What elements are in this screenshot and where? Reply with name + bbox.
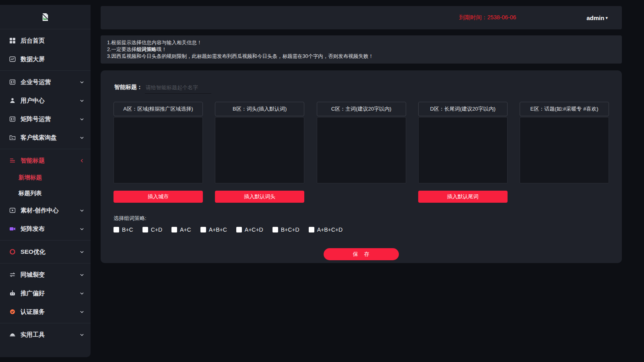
chevron-down-icon <box>80 291 84 296</box>
divider <box>0 240 91 241</box>
sidebar-item-promo-preference[interactable]: 推广偏好 <box>0 284 91 302</box>
zone-d: D区：长尾词(建议20字以内) <box>418 102 508 183</box>
logo <box>0 5 91 29</box>
sidebar: 后台首页 数据大屏 企业号运营 用户中心 <box>0 5 91 357</box>
strategy-checkbox-row: B+C C+D A+C A+B+C A+C+D B+C+D <box>114 226 609 233</box>
strategy-label: 选择组词策略: <box>114 215 609 222</box>
robot-icon <box>9 290 16 296</box>
sidebar-item-label: 矩阵号运营 <box>21 115 51 123</box>
sidebar-item-seo[interactable]: SEO优化 <box>0 243 91 261</box>
strategy-checkbox-cd[interactable]: C+D <box>142 226 162 233</box>
zone-e: E区：话题(如:#采暖专 #喜欢) <box>520 102 609 183</box>
zone-c-header: C区：主词(建议20字以内) <box>317 102 406 116</box>
title-row: 智能标题： <box>114 82 609 94</box>
zone-a: A区：区域(根据推广区域选择) <box>114 102 203 183</box>
sidebar-item-label: 后台首页 <box>21 37 45 45</box>
sidebar-item-label: SEO优化 <box>21 248 45 256</box>
zone-e-header: E区：话题(如:#采暖专 #喜欢) <box>520 102 609 116</box>
smart-title-input[interactable] <box>145 83 211 94</box>
sidebar-item-enterprise[interactable]: 企业号运营 <box>0 73 91 91</box>
checkbox-icon <box>200 227 206 232</box>
sidebar-item-label: 推广偏好 <box>21 290 45 297</box>
sidebar-item-city-fission[interactable]: 同城裂变 <box>0 265 91 284</box>
checkbox-icon <box>142 227 148 232</box>
zone-c: C区：主词(建议20字以内) <box>317 102 406 183</box>
tool-icon <box>9 331 16 338</box>
strategy-checkbox-ac[interactable]: A+C <box>171 226 191 233</box>
zone-a-textarea[interactable] <box>114 117 203 183</box>
chevron-down-icon <box>80 117 84 121</box>
sidebar-item-label: 同城裂变 <box>21 271 45 279</box>
swap-icon <box>9 272 16 278</box>
divider <box>0 263 91 263</box>
sidebar-item-smart-title[interactable]: 智能标题 <box>0 151 91 170</box>
dashboard-icon <box>9 37 16 44</box>
sidebar-item-material-center[interactable]: 素材-创作中心 <box>0 201 91 220</box>
zone-b-textarea[interactable] <box>215 117 304 183</box>
sidebar-item-leads[interactable]: 客户线索询盘 <box>0 128 91 147</box>
zone-b-header: B区：词头(插入默认词) <box>215 102 304 116</box>
id-card-icon <box>9 79 16 85</box>
sidebar-subitem-title-list[interactable]: 标题列表 <box>0 185 91 201</box>
insert-city-button[interactable]: 插入城市 <box>114 191 203 203</box>
strategy-checkbox-bc[interactable]: B+C <box>114 226 133 233</box>
sidebar-item-matrix[interactable]: 矩阵号运营 <box>0 110 91 128</box>
sidebar-subitem-new-title[interactable]: 新增标题 <box>0 170 91 185</box>
sidebar-item-cert-service[interactable]: 认证服务 <box>0 302 91 321</box>
sidebar-item-utilities[interactable]: 实用工具 <box>0 325 91 341</box>
admin-username: admin <box>586 14 604 21</box>
admin-dropdown[interactable]: admin ▾ <box>586 14 608 21</box>
empty-slot <box>317 191 406 203</box>
sidebar-item-label: 认证服务 <box>21 308 45 316</box>
sidebar-item-label: 标题列表 <box>19 189 42 197</box>
expire-time-text: 到期时间：2538-06-06 <box>459 14 516 21</box>
sidebar-item-label: 数据大屏 <box>21 56 45 63</box>
zone-a-header: A区：区域(根据推广区域选择) <box>114 102 203 116</box>
user-icon <box>9 97 16 104</box>
insert-default-prefix-button[interactable]: 插入默认词头 <box>215 191 304 203</box>
sidebar-item-matrix-publish[interactable]: 矩阵发布 <box>0 220 91 238</box>
chevron-down-icon <box>80 227 84 231</box>
checkbox-icon <box>309 227 314 232</box>
sidebar-menu: 后台首页 数据大屏 企业号运营 用户中心 <box>0 29 91 341</box>
divider <box>0 70 91 71</box>
caret-down-icon: ▾ <box>605 16 608 20</box>
chevron-down-icon <box>80 310 84 314</box>
notice-line-3: 3.因西瓜视频和今日头条的规则限制，此标题如需发布到西瓜视频和今日头条，标题需在… <box>107 53 615 60</box>
main-area: 到期时间：2538-06-06 admin ▾ 1.根据提示选择信息内容与输入相… <box>101 6 622 263</box>
checkbox-icon <box>236 227 242 232</box>
zone-e-textarea[interactable] <box>520 117 609 183</box>
sidebar-item-data-screen[interactable]: 数据大屏 <box>0 50 91 68</box>
smart-title-label: 智能标题： <box>114 84 142 94</box>
chevron-down-icon <box>80 273 84 277</box>
chevron-down-icon <box>80 208 84 213</box>
strategy-checkbox-acd[interactable]: A+C+D <box>236 226 263 233</box>
chevron-down-icon <box>80 136 84 140</box>
insert-buttons-row: 插入城市 插入默认词头 插入默认尾词 <box>114 191 609 203</box>
sidebar-item-label: 新增标题 <box>19 174 42 181</box>
checkbox-icon <box>114 227 119 232</box>
publish-icon <box>9 226 16 232</box>
video-icon <box>9 207 16 214</box>
seo-icon <box>9 249 16 255</box>
zone-c-textarea[interactable] <box>317 117 406 183</box>
id-card-icon <box>9 116 16 122</box>
strategy-checkbox-abcd[interactable]: A+B+C+D <box>309 226 343 233</box>
sidebar-item-home[interactable]: 后台首页 <box>0 31 91 50</box>
sidebar-item-label: 用户中心 <box>21 97 45 105</box>
chevron-left-icon <box>80 158 84 163</box>
badge-icon <box>9 309 16 315</box>
checkbox-icon <box>171 227 177 232</box>
smart-title-form-card: 智能标题： A区：区域(根据推广区域选择) B区：词头(插入默认词) C区：主词… <box>101 70 622 263</box>
broken-image-icon <box>41 12 50 22</box>
strategy-checkbox-abc[interactable]: A+B+C <box>200 226 227 233</box>
strategy-checkbox-bcd[interactable]: B+C+D <box>272 226 299 233</box>
zone-d-textarea[interactable] <box>418 117 508 183</box>
chevron-down-icon <box>80 250 84 254</box>
sidebar-item-label: 矩阵发布 <box>21 225 45 233</box>
save-button[interactable]: 保 存 <box>324 248 399 260</box>
insert-default-suffix-button[interactable]: 插入默认尾词 <box>418 191 508 203</box>
sidebar-item-user-center[interactable]: 用户中心 <box>0 91 91 110</box>
sidebar-item-label: 客户线索询盘 <box>21 134 57 142</box>
sidebar-item-label: 实用工具 <box>21 331 45 339</box>
